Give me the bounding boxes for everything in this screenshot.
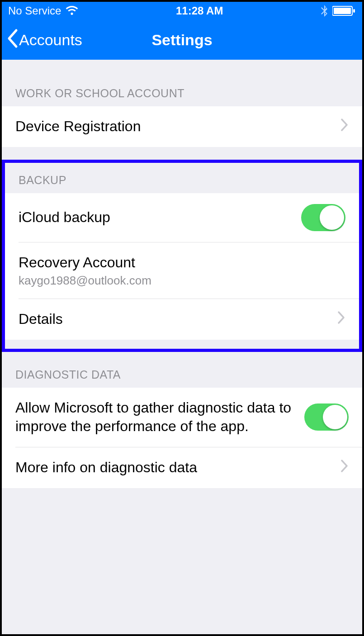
status-right xyxy=(321,5,356,17)
svg-rect-2 xyxy=(353,9,355,13)
diagnostic-allow-label: Allow Microsoft to gather diagnostic dat… xyxy=(15,399,304,436)
icloud-backup-row[interactable]: iCloud backup xyxy=(5,193,359,242)
icloud-backup-toggle[interactable] xyxy=(301,204,345,231)
diagnostic-more-info-row[interactable]: More info on diagnostic data xyxy=(2,447,362,488)
chevron-right-icon xyxy=(337,310,345,328)
toggle-knob xyxy=(320,205,344,230)
icloud-backup-label: iCloud backup xyxy=(19,208,301,227)
back-button[interactable]: Accounts xyxy=(2,28,82,52)
recovery-account-row[interactable]: Recovery Account kaygo1988@outlook.com xyxy=(5,242,359,299)
carrier-text: No Service xyxy=(8,5,61,17)
diagnostic-toggle[interactable] xyxy=(304,403,349,431)
chevron-left-icon xyxy=(6,28,18,52)
device-registration-row[interactable]: Device Registration xyxy=(2,106,362,147)
backup-highlight-box: BACKUP iCloud backup Recovery Account ka… xyxy=(2,160,362,352)
section-header-diagnostic: DIAGNOSTIC DATA xyxy=(2,352,362,388)
clock-text: 11:28 AM xyxy=(176,5,223,17)
backup-details-row[interactable]: Details xyxy=(5,299,359,340)
diagnostic-group: Allow Microsoft to gather diagnostic dat… xyxy=(2,388,362,488)
recovery-account-email: kaygo1988@outlook.com xyxy=(19,274,345,288)
backup-group: iCloud backup Recovery Account kaygo1988… xyxy=(5,193,359,340)
bluetooth-icon xyxy=(321,5,328,17)
wifi-icon xyxy=(66,6,78,16)
section-header-backup: BACKUP xyxy=(5,163,359,193)
chevron-right-icon xyxy=(340,118,349,135)
section-header-work-school: WORK OR SCHOOL ACCOUNT xyxy=(2,60,362,106)
nav-bar: Accounts Settings xyxy=(2,20,362,60)
toggle-knob xyxy=(323,405,347,429)
work-school-group: Device Registration xyxy=(2,106,362,147)
device-registration-label: Device Registration xyxy=(15,117,340,136)
diagnostic-allow-row[interactable]: Allow Microsoft to gather diagnostic dat… xyxy=(2,388,362,447)
status-bar: No Service 11:28 AM xyxy=(2,2,362,20)
device-frame: No Service 11:28 AM Accounts Settings WO… xyxy=(0,0,364,636)
backup-details-label: Details xyxy=(19,310,337,329)
back-label: Accounts xyxy=(19,31,82,49)
chevron-right-icon xyxy=(340,459,349,476)
content-area: WORK OR SCHOOL ACCOUNT Device Registrati… xyxy=(2,60,362,634)
battery-icon xyxy=(332,6,356,16)
svg-rect-1 xyxy=(334,8,351,14)
diagnostic-more-info-label: More info on diagnostic data xyxy=(15,458,340,477)
status-left: No Service xyxy=(8,5,78,17)
recovery-account-label: Recovery Account xyxy=(19,253,345,272)
